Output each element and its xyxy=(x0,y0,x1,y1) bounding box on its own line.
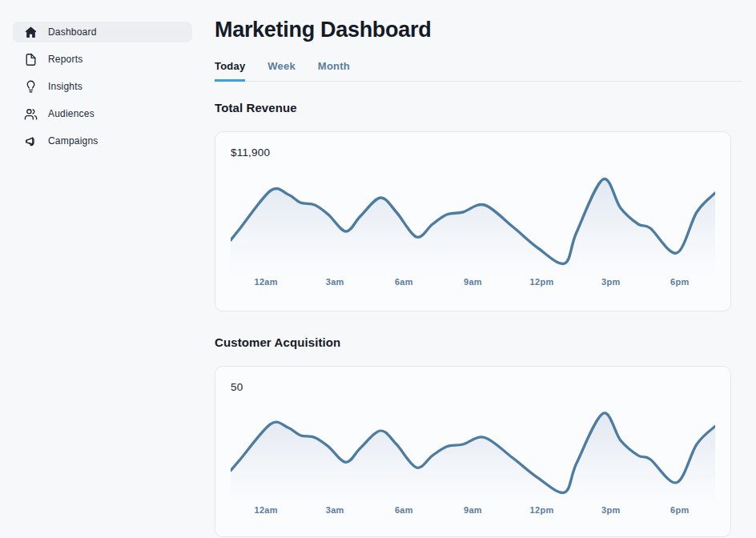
acquisition-area-chart xyxy=(231,407,715,504)
revenue-area-chart xyxy=(231,172,715,276)
sidebar-item-label: Reports xyxy=(48,54,82,65)
sidebar-item-label: Campaigns xyxy=(48,135,99,147)
tab-month[interactable]: Month xyxy=(318,60,350,82)
tab-week[interactable]: Week xyxy=(267,60,296,82)
megaphone-icon xyxy=(24,134,38,148)
main-content: Marketing Dashboard Today Week Month Tot… xyxy=(215,0,742,537)
x-tick-label: 3am xyxy=(326,505,344,515)
revenue-current-value: $11,900 xyxy=(231,147,715,158)
x-tick-label: 9am xyxy=(464,505,482,515)
x-tick-label: 12pm xyxy=(530,277,554,287)
x-tick-label: 3pm xyxy=(601,505,621,515)
acquisition-chart-card: 50 12am3am6am9am12pm3pm6pm xyxy=(215,366,731,537)
x-tick-label: 3am xyxy=(326,277,344,287)
sidebar-item-label: Dashboard xyxy=(48,26,97,38)
acquisition-chart: 12am3am6am9am12pm3pm6pm xyxy=(231,407,715,516)
x-tick-label: 6am xyxy=(395,505,413,515)
home-icon xyxy=(24,26,38,39)
x-tick-label: 6pm xyxy=(670,505,690,515)
sidebar-item-label: Insights xyxy=(48,81,82,92)
page-title: Marketing Dashboard xyxy=(215,18,742,42)
sidebar-item-campaigns[interactable]: Campaigns xyxy=(13,130,192,151)
tab-today[interactable]: Today xyxy=(215,60,245,82)
revenue-chart: 12am3am6am9am12pm3pm6pm xyxy=(231,172,715,287)
acquisition-current-value: 50 xyxy=(231,381,715,392)
users-icon xyxy=(24,107,38,121)
sidebar-item-insights[interactable]: Insights xyxy=(13,76,192,97)
x-tick-label: 12am xyxy=(254,277,277,287)
x-tick-label: 6pm xyxy=(670,277,690,287)
x-tick-label: 6am xyxy=(395,277,413,287)
acquisition-x-axis: 12am3am6am9am12pm3pm6pm xyxy=(231,505,715,516)
area-fill xyxy=(231,413,715,504)
x-tick-label: 3pm xyxy=(601,277,621,287)
area-fill xyxy=(231,179,715,276)
revenue-x-axis: 12am3am6am9am12pm3pm6pm xyxy=(231,277,715,287)
revenue-chart-card: $11,900 12am3am6am9am12pm3pm6pm xyxy=(215,131,731,311)
sidebar-item-dashboard[interactable]: Dashboard xyxy=(13,22,192,42)
section-title-total-revenue: Total Revenue xyxy=(215,101,742,114)
section-title-customer-acquisition: Customer Acquisition xyxy=(215,335,742,349)
tab-bar: Today Week Month xyxy=(215,60,742,82)
sidebar-item-label: Audiences xyxy=(48,108,94,119)
file-icon xyxy=(24,53,38,66)
x-tick-label: 12pm xyxy=(530,505,554,515)
sidebar-item-reports[interactable]: Reports xyxy=(13,49,192,70)
sidebar-item-audiences[interactable]: Audiences xyxy=(13,103,192,124)
sidebar: Dashboard Reports Insights xyxy=(0,0,205,538)
x-tick-label: 12am xyxy=(254,505,277,515)
lightbulb-icon xyxy=(24,80,38,94)
x-tick-label: 9am xyxy=(464,277,482,287)
